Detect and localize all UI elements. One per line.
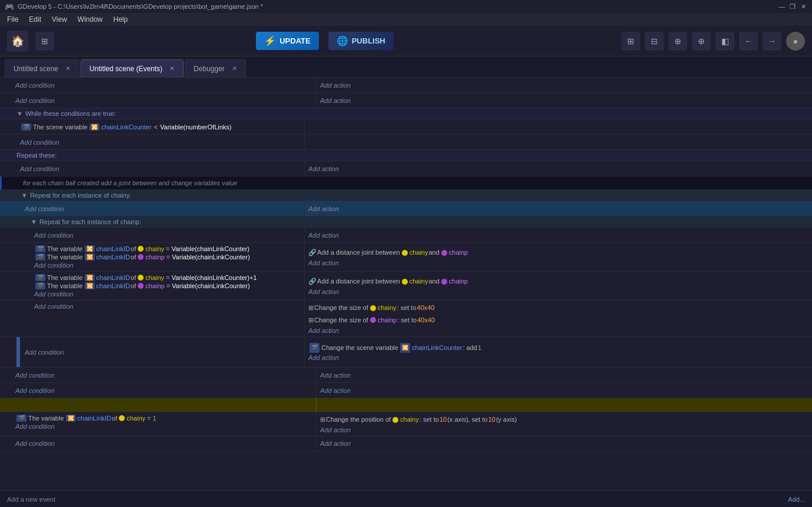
toolbar-btn-circle[interactable]: ● xyxy=(786,32,805,51)
add-action-chainy[interactable]: Add action xyxy=(308,205,339,212)
minimize-btn[interactable]: — xyxy=(778,2,786,11)
cond-2b: 🎬 The variable 🔀 chainLinkID of chainp =… xyxy=(34,282,250,289)
tab-label-scene: Untitled scene xyxy=(14,65,58,73)
dot-chainp-1b xyxy=(138,254,144,260)
add-action-chainlink-1[interactable]: Add action xyxy=(320,426,351,433)
chainy-toggle[interactable]: ▼ xyxy=(21,192,28,199)
chainy-add-condition-col: Add condition xyxy=(21,201,305,216)
add-action-final[interactable]: Add action xyxy=(320,440,351,447)
while-action-col xyxy=(305,119,812,134)
home-button[interactable]: 🏠 xyxy=(7,31,28,52)
menu-file[interactable]: File xyxy=(2,14,23,25)
publish-icon: 🌐 xyxy=(337,35,348,46)
add-action-col-2: Add action xyxy=(317,383,812,398)
menu-edit[interactable]: Edit xyxy=(24,14,46,25)
cond-block-2: 🎬 The variable 🔀 chainLinkID of chainy =… xyxy=(0,272,812,301)
tab-debugger[interactable]: Debugger ✕ xyxy=(185,59,246,77)
bottom-bar: Add a new event Add... xyxy=(0,491,812,507)
add-cond-chainlink-1[interactable]: Add condition xyxy=(15,423,55,430)
while-condition-text: 🎬 The scene variable 🔀 chainLinkCounter … xyxy=(20,124,231,131)
add-condition-chainy[interactable]: Add condition xyxy=(25,205,64,212)
add-condition-block3[interactable]: Add condition xyxy=(34,303,74,310)
action-change-size-chainy: ⊞ Change the size of chainy : set to 40x… xyxy=(308,303,435,313)
action-change-pos: ⊞ Change the position of chainy : set to… xyxy=(320,415,517,425)
add-condition-final[interactable]: Add condition xyxy=(15,440,55,447)
add-condition-block1[interactable]: Add condition xyxy=(34,262,74,269)
comment-text: for each chain ball created add a joint … xyxy=(23,179,237,186)
toolbar-btn-4[interactable]: ⊕ xyxy=(692,32,711,51)
cond-block-1-actions: 🔗 Add a distance joint between chainy an… xyxy=(305,243,812,271)
tab-close-scene[interactable]: ✕ xyxy=(65,65,71,72)
add-more-btn[interactable]: Add... xyxy=(788,496,805,503)
add-action-col-1: Add action xyxy=(317,368,812,382)
final-add-cond-col: Add condition xyxy=(12,436,317,451)
events-editor: Add condition Add action Add condition A… xyxy=(0,78,812,491)
add-action-repeat[interactable]: Add action xyxy=(308,165,339,172)
scene-var-badge: 🎬 xyxy=(21,124,31,131)
title-bar: 🎮 GDevelop 5 - C:\Users\lv2lrn4lf\Docume… xyxy=(0,0,812,13)
tab-close-events[interactable]: ✕ xyxy=(169,65,175,72)
row-add-cond-1: Add condition Add action xyxy=(0,368,812,383)
add-condition-repeat[interactable]: Add condition xyxy=(20,165,59,172)
toolbar-btn-1[interactable]: ⊞ xyxy=(621,32,640,51)
add-condition-outer-2[interactable]: Add condition xyxy=(15,387,55,394)
tab-close-debugger[interactable]: ✕ xyxy=(232,65,237,72)
add-action-outer-2[interactable]: Add action xyxy=(320,387,351,394)
event-row-1: Add condition Add action xyxy=(0,78,812,93)
cond-block-3: Add condition ⊞ Change the size of chain… xyxy=(0,301,812,337)
while-condition-row: 🎬 The scene variable 🔀 chainLinkCounter … xyxy=(0,119,812,135)
repeat-add-row: Add condition Add action xyxy=(0,161,812,176)
toolbar-btn-2[interactable]: ⊟ xyxy=(645,32,664,51)
scene-var-action-col: 🎬 Change the scene variable 🔀 chainLinkC… xyxy=(305,337,812,367)
while-toggle[interactable]: ▼ xyxy=(16,110,23,117)
window-controls: — ❐ ✕ xyxy=(778,2,807,11)
menu-help[interactable]: Help xyxy=(109,14,133,25)
tab-untitled-scene[interactable]: Untitled scene ✕ xyxy=(5,59,79,77)
cond-block-3-conditions: Add condition xyxy=(31,301,305,336)
publish-button[interactable]: 🌐 PUBLISH xyxy=(328,32,394,50)
add-condition-btn-2[interactable]: Add condition xyxy=(15,97,55,104)
action-1a: 🔗 Add a distance joint between chainy an… xyxy=(308,248,468,258)
add-action-outer-1[interactable]: Add action xyxy=(320,372,351,379)
add-condition-btn-1[interactable]: Add condition xyxy=(15,82,55,89)
var-chainlink-eq-1: 🎬 The variable 🔀 chainLinkID of chainy =… xyxy=(15,415,157,422)
add-event-label[interactable]: Add a new event xyxy=(7,496,55,503)
add-action-btn-1[interactable]: Add action xyxy=(320,82,351,89)
restore-btn[interactable]: ❐ xyxy=(788,2,797,11)
menu-view[interactable]: View xyxy=(47,14,72,25)
add-condition-block2[interactable]: Add condition xyxy=(34,291,74,298)
toolbar-grid-btn[interactable]: ⊞ xyxy=(35,32,54,51)
tab-events[interactable]: Untitled scene (Events) ✕ xyxy=(81,59,184,77)
add-condition-outer-1[interactable]: Add condition xyxy=(15,372,55,379)
toolbar-btn-back[interactable]: ← xyxy=(739,32,758,51)
update-button[interactable]: ⚡ UPDATE xyxy=(256,32,318,50)
action-col-1: Add action xyxy=(317,78,812,92)
badge-1a: 🎬 xyxy=(35,245,45,252)
add-condition-while[interactable]: Add condition xyxy=(20,139,59,146)
update-icon: ⚡ xyxy=(264,35,276,46)
tab-label-debugger: Debugger xyxy=(194,65,225,73)
chainy-add-row: Add condition Add action xyxy=(0,201,812,216)
window-title: GDevelop 5 - C:\Users\lv2lrn4lf\Document… xyxy=(18,3,263,10)
condition-col-2: Add condition xyxy=(12,93,317,108)
add-action-scene-var[interactable]: Add action xyxy=(308,354,339,361)
add-action-btn-2[interactable]: Add action xyxy=(320,97,351,104)
toolbar-btn-3[interactable]: ⊕ xyxy=(668,32,687,51)
close-btn[interactable]: ✕ xyxy=(799,2,807,11)
chainp-add-row: Add condition Add action xyxy=(0,228,812,243)
add-condition-scene-var[interactable]: Add condition xyxy=(25,349,64,356)
add-action-chainp[interactable]: Add action xyxy=(308,232,339,239)
cond-block-2-conditions: 🎬 The variable 🔀 chainLinkID of chainy =… xyxy=(31,272,305,300)
add-action-block2[interactable]: Add action xyxy=(308,288,339,295)
add-action-block3[interactable]: Add action xyxy=(308,327,339,334)
toolbar-btn-5[interactable]: ◧ xyxy=(716,32,734,51)
add-cond-col-1: Add condition xyxy=(12,368,317,382)
dot-chainy-a1 xyxy=(402,250,408,256)
add-action-block1[interactable]: Add action xyxy=(308,259,339,266)
toolbar-center: ⊞ ⚡ UPDATE 🌐 PUBLISH xyxy=(28,32,621,50)
chainp-toggle[interactable]: ▼ xyxy=(31,218,37,225)
menu-bar: File Edit View Window Help xyxy=(0,13,812,26)
menu-window[interactable]: Window xyxy=(73,14,108,25)
toolbar-btn-forward[interactable]: → xyxy=(763,32,781,51)
add-condition-chainp[interactable]: Add condition xyxy=(34,232,74,239)
